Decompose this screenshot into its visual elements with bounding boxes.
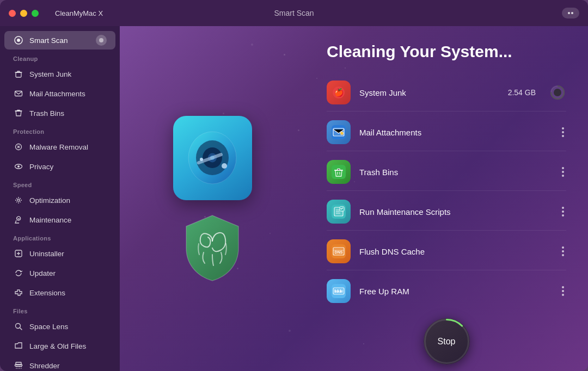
sidebar-item-mail-attachments[interactable]: Mail Attachments — [4, 84, 115, 103]
svg-rect-30 — [332, 165, 346, 179]
system-junk-icon — [13, 69, 24, 79]
sidebar-item-uninstaller[interactable]: Uninstaller — [4, 244, 115, 263]
svg-text:🍎: 🍎 — [334, 88, 344, 97]
extensions-icon — [13, 287, 24, 298]
app-window: CleanMyMac X Smart Scan Smart Scan — [0, 0, 588, 371]
right-panel: Cleaning Your System... 🍎 System Junk 2.… — [305, 26, 588, 371]
free-ram-more-btn[interactable] — [560, 284, 566, 298]
menu-dot-1 — [568, 12, 570, 14]
sidebar-item-maintenance[interactable]: Maintenance — [4, 211, 115, 229]
more-dot-13 — [562, 286, 564, 288]
maintenance-label: Maintenance — [29, 216, 71, 224]
svg-point-1 — [17, 39, 20, 42]
section-applications: Applications — [0, 230, 120, 244]
section-cleanup: Cleanup — [0, 50, 120, 64]
panel-title: Cleaning Your System... — [327, 42, 566, 61]
title-bar: CleanMyMac X Smart Scan — [0, 0, 588, 26]
privacy-icon — [13, 161, 24, 172]
privacy-label: Privacy — [29, 163, 53, 171]
svg-rect-3 — [16, 72, 21, 77]
svg-rect-41 — [334, 289, 336, 293]
more-dot-9 — [562, 214, 564, 217]
more-dot-6 — [562, 175, 564, 177]
maximize-button[interactable] — [32, 10, 39, 17]
extensions-label: Extensions — [29, 289, 65, 297]
stop-button[interactable]: Stop — [424, 318, 470, 364]
more-dot-5 — [562, 171, 564, 173]
sidebar-item-optimization[interactable]: Optimization — [4, 191, 115, 209]
svg-point-20 — [222, 163, 227, 169]
title-bar-right — [562, 8, 579, 18]
more-dot-2 — [562, 131, 564, 133]
space-lens-label: Space Lens — [29, 323, 68, 331]
mail-attachments-item-icon — [327, 120, 351, 144]
flush-dns-more-btn[interactable] — [560, 244, 566, 258]
optimization-icon — [13, 195, 24, 206]
svg-point-7 — [17, 165, 20, 168]
sidebar-item-extensions[interactable]: Extensions — [4, 283, 115, 302]
stop-button-label: Stop — [438, 337, 456, 347]
svg-point-26 — [554, 89, 561, 96]
trash-bins-more-btn[interactable] — [560, 165, 566, 179]
sidebar-item-smart-scan[interactable]: Smart Scan — [4, 31, 115, 50]
more-dot-14 — [562, 290, 564, 292]
free-ram-item-icon: RAM — [327, 279, 351, 303]
run-maintenance-item-icon — [327, 200, 351, 224]
updater-label: Updater — [29, 269, 56, 277]
system-junk-item-name: System Junk — [359, 88, 499, 97]
flush-dns-item-name: Flush DNS Cache — [359, 247, 551, 256]
svg-rect-12 — [16, 362, 21, 364]
traffic-lights — [9, 10, 39, 17]
run-maintenance-item-name: Run Maintenance Scripts — [359, 207, 551, 217]
more-dot-1 — [562, 127, 564, 129]
flush-dns-item-icon: DNS — [327, 239, 351, 263]
trash-bins-item-name: Trash Bins — [359, 168, 551, 177]
section-speed: Speed — [0, 176, 120, 190]
scan-item-mail-attachments: Mail Attachments — [327, 114, 566, 151]
scan-item-flush-dns: DNS Flush DNS Cache — [327, 233, 566, 270]
sidebar-item-large-old-files[interactable]: Large & Old Files — [4, 337, 115, 355]
shield-icon — [177, 211, 248, 282]
shredder-label: Shredder — [29, 362, 60, 370]
space-lens-icon — [13, 321, 24, 332]
maintenance-icon — [13, 214, 24, 225]
sidebar-item-space-lens[interactable]: Space Lens — [4, 317, 115, 336]
free-ram-item-name: Free Up RAM — [359, 287, 551, 296]
menu-button[interactable] — [562, 8, 579, 18]
close-button[interactable] — [9, 10, 16, 17]
updater-icon — [13, 268, 24, 279]
main-content: Smart Scan Cleanup System Junk — [0, 26, 588, 371]
more-dot-3 — [562, 135, 564, 137]
uninstaller-icon — [13, 248, 24, 259]
menu-dot-2 — [571, 12, 573, 14]
app-name: CleanMyMac X — [55, 9, 103, 17]
svg-point-21 — [200, 158, 203, 161]
sidebar-item-system-junk[interactable]: System Junk — [4, 65, 115, 83]
optimization-label: Optimization — [29, 196, 70, 205]
svg-point-2 — [99, 38, 103, 42]
smart-scan-label: Smart Scan — [29, 36, 68, 45]
sidebar-item-privacy[interactable]: Privacy — [4, 157, 115, 176]
section-protection: Protection — [0, 123, 120, 137]
sidebar-item-shredder[interactable]: Shredder — [4, 356, 115, 371]
malware-removal-label: Malware Removal — [29, 143, 88, 151]
sidebar-item-malware-removal[interactable]: Malware Removal — [4, 138, 115, 156]
smart-scan-icon — [13, 35, 24, 46]
mail-attachments-item-name: Mail Attachments — [359, 128, 551, 137]
mail-attachments-more-btn[interactable] — [560, 125, 566, 139]
hdd-icon — [173, 116, 252, 200]
sidebar-item-trash-bins[interactable]: Trash Bins — [4, 104, 115, 122]
more-dot-11 — [562, 250, 564, 252]
run-maintenance-more-btn[interactable] — [560, 205, 566, 219]
more-dot-10 — [562, 246, 564, 249]
system-junk-item-icon: 🍎 — [327, 81, 351, 104]
trash-bins-label: Trash Bins — [29, 109, 64, 118]
shredder-icon — [13, 360, 24, 371]
content-area: Cleaning Your System... 🍎 System Junk 2.… — [120, 26, 588, 371]
more-dot-7 — [562, 207, 564, 209]
system-junk-label: System Junk — [29, 70, 71, 78]
minimize-button[interactable] — [20, 10, 27, 17]
sidebar-item-updater[interactable]: Updater — [4, 264, 115, 282]
stop-button-area: Stop — [327, 318, 566, 364]
system-junk-item-value: 2.54 GB — [508, 88, 536, 97]
